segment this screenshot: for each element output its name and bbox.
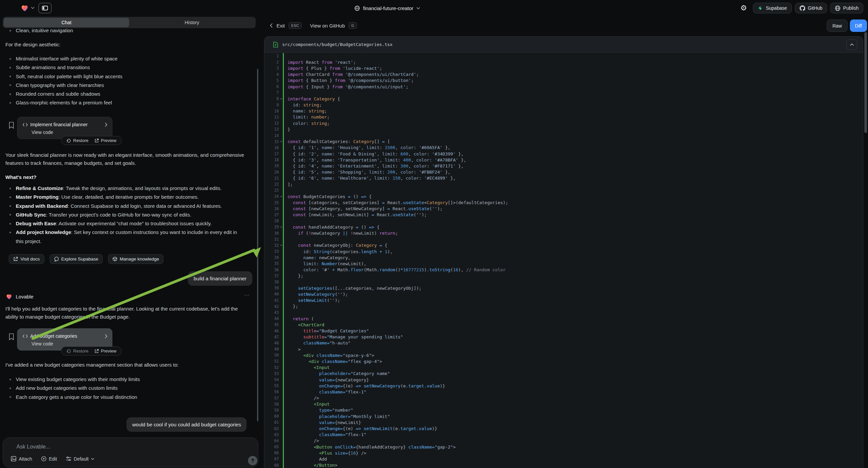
publish-button[interactable]: Publish [830,3,863,13]
exit-button[interactable]: Exit [276,23,285,29]
chevron-right-icon [105,334,107,339]
sliders-icon [66,456,71,461]
manage-knowledge-button[interactable]: Manage knowledge [108,254,163,264]
send-button[interactable] [248,456,257,465]
project-name: financial-future-creator [363,5,413,11]
view-code-link[interactable]: View code [32,341,107,347]
restore-icon [66,138,71,143]
chat-scrollbar[interactable] [257,69,258,421]
code-line: 34 name: newCategory, [265,255,863,261]
view-on-github-button[interactable]: View on GitHub [310,23,345,29]
chat-input[interactable] [17,444,218,450]
composer-actions: Attach Edit Default [11,456,94,462]
external-link-icon [13,257,18,262]
code-line: 46 title="Budget Categories" [265,328,863,334]
explore-supabase-button[interactable]: Explore Supabase [50,254,103,264]
scrolled-list: Clean, intuitive navigation [5,26,244,35]
assistant-message: I'll help you add budget categories to t… [5,305,250,321]
settings-gear-icon[interactable]: ⚙ [738,2,749,14]
code-line: 13} [265,126,863,132]
bookmark-icon[interactable] [8,333,14,341]
code-line: 20 { id: '5', name: 'Shopping', limit: 2… [265,169,863,175]
line-number: 36 [265,268,279,272]
code-line: 25 const [categories, setCategories] = R… [265,200,863,206]
line-number: 64 [265,438,279,443]
code-line: 52 <Input [265,364,863,371]
globe-icon [354,5,360,11]
line-number: 62 [265,427,279,431]
code-line: 14 [265,132,863,138]
code-line: 8▾interface Category { [265,96,863,102]
whats-next-item: Master Prompting: Use clear, detailed, a… [5,193,244,201]
line-number: 8 [265,96,279,101]
line-number: 67 [265,457,279,461]
arrow-up-icon [251,458,255,463]
raw-button[interactable]: Raw [827,20,847,32]
chevron-down-icon [416,7,420,9]
line-number: 18 [265,157,279,162]
line-number: 38 [265,280,279,284]
assistant-header: Lovable [5,293,34,300]
chevron-left-icon[interactable] [270,23,273,28]
esc-key-badge: ESC [288,22,302,29]
line-number: 10 [265,109,279,114]
line-number: 26 [265,206,279,211]
view-code-link[interactable]: View code [32,129,107,135]
code-line: 12 color: string; [265,120,863,126]
line-number: 16 [265,145,279,150]
preview-button[interactable]: Preview [94,138,117,143]
line-number: 42 [265,304,279,309]
line-number: 41 [265,298,279,303]
version-title: Implement financial planner [30,122,102,127]
bookmark-icon[interactable] [8,121,14,129]
code-line: 21 { id: '6', name: 'Healthcare', limit:… [265,175,863,181]
line-number: 65 [265,444,279,449]
file-header[interactable]: src/components/budget/BudgetCategories.t… [265,37,863,53]
mode-selector[interactable]: Default [66,456,94,462]
code-line: 60 placeholder="Monthly limit" [265,413,863,419]
code-scrollbar[interactable] [864,32,867,133]
collapse-file-button[interactable] [846,39,857,50]
code-editor-panel: src/components/budget/BudgetCategories.t… [264,36,863,468]
code-line: 56 className="flex-1" [265,389,863,395]
code-line: 37 }; [265,273,863,279]
line-number: 55 [265,383,279,388]
restore-button[interactable]: Restore [66,349,89,353]
tab-chat[interactable]: Chat [4,18,129,27]
list-item: View existing budget categories with the… [5,375,244,384]
supabase-button[interactable]: Supabase [753,3,792,13]
line-number: 13 [265,127,279,131]
preview-button[interactable]: Preview [94,349,117,353]
message-menu-button[interactable]: ... [244,291,250,296]
file-path: src/components/budget/BudgetCategories.t… [282,42,393,47]
code-line: 26 const [newCategory, setNewCategory] =… [265,206,863,212]
restore-button[interactable]: Restore [66,138,89,143]
whats-next-item: Expand with Backend: Connect Supabase to… [5,202,244,210]
line-number: 19 [265,164,279,168]
version-actions-pill: RestorePreview [61,347,122,355]
quick-actions: Visit docsExplore SupabaseManage knowled… [9,254,163,264]
line-number: 51 [265,359,279,363]
line-number: 27 [265,212,279,217]
code-line: 42 }; [265,303,863,310]
line-number: 50 [265,353,279,357]
visit-docs-button[interactable]: Visit docs [9,254,44,264]
line-number: 37 [265,273,279,278]
code-line: 54 value={newCategory} [265,377,863,383]
code-icon [23,334,28,338]
line-number: 11 [265,115,279,119]
github-button[interactable]: GitHub [795,3,828,13]
whats-next-heading: What's next? [5,174,37,180]
code-line: 47 subtitle="Manage your spending limits… [265,334,863,340]
version-actions-pill: RestorePreview [61,136,122,145]
edit-button[interactable]: Edit [41,456,57,462]
line-number: 28 [265,218,279,223]
code-line: 39 setCategories([...categories, newCate… [265,285,863,291]
attach-button[interactable]: Attach [11,456,32,462]
list-item: Clean, intuitive navigation [5,26,244,35]
diff-button[interactable]: Diff [850,20,867,32]
code-line: 57 /> [265,395,863,401]
project-switcher[interactable]: financial-future-creator [354,0,420,16]
tab-history[interactable]: History [129,18,255,27]
code-line: 9 id: string; [265,102,863,108]
